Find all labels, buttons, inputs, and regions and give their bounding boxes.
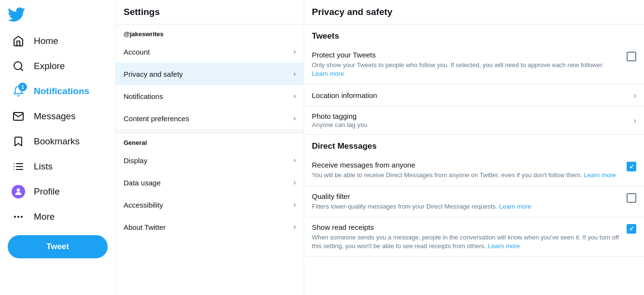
settings-header: Settings	[116, 0, 304, 25]
sidebar-item-profile[interactable]: Profile	[4, 180, 112, 203]
read-receipts-desc: When someone sends you a message, people…	[312, 233, 621, 251]
chevron-right-icon: ›	[294, 114, 296, 123]
quality-filter-link[interactable]: Learn more	[499, 203, 531, 210]
explore-icon	[12, 59, 25, 73]
sidebar-item-label: Bookmarks	[34, 136, 80, 147]
read-receipts-link[interactable]: Learn more	[488, 242, 520, 250]
settings-row-notifications[interactable]: Notifications ›	[116, 85, 304, 107]
chevron-right-icon: ›	[294, 92, 296, 100]
receive-dm-desc: You will be able to receive Direct Messa…	[312, 171, 621, 180]
read-receipts-title: Show read receipts	[312, 223, 621, 231]
photo-tagging-sub: Anyone can tag you	[312, 121, 630, 128]
chevron-right-icon: ›	[634, 91, 636, 100]
settings-row-display[interactable]: Display ›	[116, 149, 304, 171]
privacy-panel: Privacy and safety Tweets Protect your T…	[304, 0, 644, 295]
sidebar-item-messages[interactable]: Messages	[4, 105, 112, 128]
chevron-right-icon: ›	[294, 47, 296, 56]
quality-filter-title: Quality filter	[312, 192, 621, 200]
twitter-bird-icon	[8, 6, 25, 23]
location-content: Location information	[312, 91, 630, 99]
account-section-label: @jakeswrites	[116, 25, 304, 41]
sidebar-item-notifications[interactable]: 1 Notifications	[4, 80, 112, 103]
sidebar-item-label: Profile	[34, 186, 60, 197]
general-section-label: General	[116, 133, 304, 149]
chevron-right-icon: ›	[294, 200, 296, 209]
location-title: Location information	[312, 91, 630, 99]
svg-point-9	[14, 216, 16, 218]
settings-row-account[interactable]: Account ›	[116, 41, 304, 63]
protect-tweets-desc: Only show your Tweets to people who foll…	[312, 61, 621, 78]
sidebar-item-label: Messages	[34, 111, 76, 122]
chevron-right-icon: ›	[294, 223, 296, 231]
tweets-section-title: Tweets	[304, 25, 644, 45]
more-icon	[12, 210, 25, 224]
dm-section-title: Direct Messages	[304, 135, 644, 155]
receive-dm-title: Receive messages from anyone	[312, 161, 621, 169]
settings-divider	[116, 129, 304, 133]
settings-row-data[interactable]: Data usage ›	[116, 171, 304, 194]
sidebar-item-label: Notifications	[34, 86, 89, 97]
chevron-right-icon: ›	[634, 116, 636, 125]
bell-icon: 1	[12, 84, 25, 98]
quality-filter-desc: Filters lower-quality messages from your…	[312, 202, 621, 211]
svg-point-11	[21, 216, 23, 218]
protect-tweets-link[interactable]: Learn more	[312, 70, 344, 77]
settings-row-content[interactable]: Content preferences ›	[116, 107, 304, 129]
sidebar-item-explore[interactable]: Explore	[4, 55, 112, 78]
protect-tweets-checkbox[interactable]	[627, 52, 636, 61]
receive-dm-link[interactable]: Learn more	[584, 171, 616, 179]
read-receipts-row: Show read receipts When someone sends yo…	[304, 217, 644, 257]
sidebar-item-more[interactable]: More	[4, 205, 112, 228]
home-icon	[12, 34, 25, 48]
photo-tagging-content: Photo tagging Anyone can tag you	[312, 112, 630, 128]
sidebar: Home Explore 1 Notifications Messages Bo…	[0, 0, 116, 295]
svg-point-8	[17, 188, 20, 192]
mail-icon	[12, 110, 25, 123]
twitter-logo	[0, 4, 115, 28]
settings-row-about[interactable]: About Twitter ›	[116, 216, 304, 238]
location-row[interactable]: Location information ›	[304, 84, 644, 106]
list-icon	[12, 160, 25, 173]
receive-dm-row: Receive messages from anyone You will be…	[304, 155, 644, 186]
chevron-right-icon: ›	[294, 178, 296, 187]
sidebar-item-bookmarks[interactable]: Bookmarks	[4, 130, 112, 153]
settings-row-privacy[interactable]: Privacy and safety ›	[116, 63, 304, 85]
quality-filter-checkbox[interactable]	[627, 193, 636, 203]
settings-list: Settings @jakeswrites Account › Privacy …	[116, 0, 304, 295]
person-icon	[12, 185, 25, 198]
protect-tweets-row: Protect your Tweets Only show your Tweet…	[304, 45, 644, 84]
receive-dm-content: Receive messages from anyone You will be…	[312, 161, 621, 180]
settings-row-accessibility[interactable]: Accessibility ›	[116, 194, 304, 216]
read-receipts-checkbox[interactable]	[627, 224, 636, 234]
quality-filter-content: Quality filter Filters lower-quality mes…	[312, 192, 621, 211]
sidebar-item-label: More	[34, 211, 55, 222]
photo-tagging-title: Photo tagging	[312, 112, 630, 120]
panel-header: Privacy and safety	[304, 0, 644, 25]
sidebar-item-label: Lists	[34, 161, 53, 172]
bookmark-icon	[12, 135, 25, 148]
photo-tagging-row[interactable]: Photo tagging Anyone can tag you ›	[304, 106, 644, 135]
chevron-right-icon: ›	[294, 70, 296, 78]
sidebar-item-home[interactable]: Home	[4, 29, 112, 53]
sidebar-item-label: Home	[34, 36, 58, 46]
sidebar-item-lists[interactable]: Lists	[4, 155, 112, 178]
read-receipts-content: Show read receipts When someone sends yo…	[312, 223, 621, 251]
svg-point-10	[17, 216, 19, 218]
quality-filter-row: Quality filter Filters lower-quality mes…	[304, 186, 644, 217]
protect-tweets-content: Protect your Tweets Only show your Tweet…	[312, 51, 621, 78]
sidebar-item-label: Explore	[34, 61, 65, 71]
tweet-button[interactable]: Tweet	[8, 235, 108, 258]
chevron-right-icon: ›	[294, 156, 296, 165]
svg-line-1	[21, 69, 23, 70]
protect-tweets-title: Protect your Tweets	[312, 51, 621, 59]
notification-count: 1	[18, 83, 27, 91]
receive-dm-checkbox[interactable]	[627, 162, 636, 171]
